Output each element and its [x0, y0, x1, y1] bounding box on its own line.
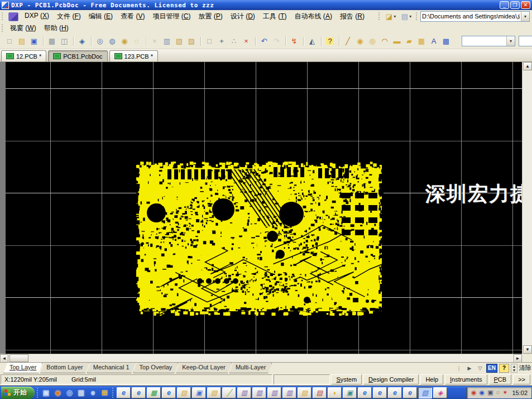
- taskbar-sheet[interactable]: ▦: [147, 387, 161, 398]
- audio-manager-icon[interactable]: ◉: [480, 390, 485, 396]
- pcb-copper-artwork[interactable]: [134, 160, 384, 316]
- combo-dropdown-icon[interactable]: [506, 36, 515, 46]
- pcb-editor-view[interactable]: 深圳宏力捷: [0, 62, 522, 354]
- show-desktop-button[interactable]: ▣: [41, 387, 51, 398]
- taskbar-ie-4[interactable]: e: [358, 387, 372, 398]
- spin-control[interactable]: ▲▼: [511, 364, 517, 373]
- windows-update-button[interactable]: ⊞: [99, 387, 110, 398]
- move-object-button[interactable]: +: [215, 35, 228, 48]
- minimize-button[interactable]: _: [500, 1, 509, 9]
- taskbar-ie-5[interactable]: e: [373, 387, 387, 398]
- place-array-button[interactable]: ▦: [415, 35, 428, 48]
- layer-tab-bottom[interactable]: Bottom Layer: [40, 363, 89, 373]
- doc-tab-pcb1[interactable]: PCB1.PcbDoc: [48, 50, 107, 61]
- taskbar-image-tool[interactable]: ▧: [418, 387, 432, 398]
- help-button[interactable]: ?: [324, 35, 336, 48]
- menu-item[interactable]: 放置 (P): [194, 11, 226, 22]
- paste-array-button[interactable]: ▨: [185, 35, 198, 48]
- menu-item[interactable]: 工具 (T): [259, 11, 291, 22]
- doc-tab-123pcb[interactable]: 123.PCB *: [109, 50, 158, 61]
- place-component-button[interactable]: ▩: [440, 35, 452, 48]
- network-icon[interactable]: ▣: [487, 390, 493, 396]
- panel-design-compiler-button[interactable]: Design Compiler: [363, 374, 419, 384]
- menu-item[interactable]: 项目管理 (C): [148, 11, 194, 22]
- menu-item[interactable]: DXP (X): [21, 11, 53, 22]
- menu-item[interactable]: 设计 (D): [227, 11, 259, 22]
- path-input[interactable]: [421, 13, 521, 20]
- messenger-button[interactable]: ◎: [64, 387, 75, 398]
- menu-item[interactable]: 自动布线 (A): [291, 11, 336, 22]
- panel-instruments-button[interactable]: Instruments: [445, 374, 487, 384]
- report-tools-button[interactable]: ◪: [384, 11, 398, 22]
- place-via-button[interactable]: ◎: [366, 35, 378, 48]
- layer-tab-overlay[interactable]: Top Overlay: [133, 363, 179, 373]
- place-fill-button[interactable]: ▬: [391, 35, 403, 48]
- place-line-button[interactable]: ╱: [342, 35, 354, 48]
- media-player-button[interactable]: ◉: [52, 387, 63, 398]
- path-combo[interactable]: [420, 11, 530, 22]
- vertical-scrollbar[interactable]: ▲ ▼: [522, 62, 532, 354]
- paste-button[interactable]: ▧: [173, 35, 185, 48]
- taskbar-builder[interactable]: ◗: [328, 387, 342, 398]
- clear-mask-button[interactable]: 清除: [519, 364, 531, 372]
- taskbar-ie-2[interactable]: e: [132, 387, 146, 398]
- ie-quicklaunch-button[interactable]: e: [88, 387, 98, 398]
- restore-button[interactable]: ❐: [510, 1, 520, 9]
- close-button[interactable]: ✕: [521, 1, 530, 9]
- panel-pcb-button[interactable]: PCB: [489, 374, 512, 384]
- toolbar-combo-1[interactable]: [462, 36, 515, 46]
- toolbar-combo-2[interactable]: [519, 36, 532, 46]
- filter-icon[interactable]: ▽: [476, 364, 485, 373]
- help-icon[interactable]: ?: [499, 364, 509, 373]
- taskbar-folder-1[interactable]: ▨: [177, 387, 191, 398]
- menu-item[interactable]: 报告 (R): [336, 11, 368, 22]
- taskbar-app-w-2[interactable]: ▥: [252, 387, 266, 398]
- taskbar-app-w-3[interactable]: ▥: [267, 387, 281, 398]
- layer-tab-top[interactable]: Top Layer: [3, 363, 42, 373]
- print-button[interactable]: ▦: [46, 35, 58, 48]
- taskbar-editor[interactable]: ╱: [222, 387, 236, 398]
- cut-button[interactable]: ×: [148, 35, 161, 48]
- menu-item[interactable]: 视窗 (W): [6, 22, 40, 34]
- clock[interactable]: 15:02: [512, 390, 528, 396]
- menu-item[interactable]: 编辑 (E): [85, 11, 117, 22]
- panel-system-button[interactable]: System: [331, 374, 362, 384]
- zoom-selection-button[interactable]: ◌: [131, 35, 143, 48]
- scroll-right-icon[interactable]: ►: [514, 354, 522, 363]
- taskbar-ie-7[interactable]: e: [403, 387, 417, 398]
- taskbar-ie-3[interactable]: e: [162, 387, 176, 398]
- start-button[interactable]: 开始: [1, 387, 35, 399]
- find-similar-button[interactable]: ◭: [306, 35, 318, 48]
- taskbar-ie-1[interactable]: e: [117, 387, 131, 398]
- taskbar-app-w-1[interactable]: ▥: [237, 387, 251, 398]
- undo-button[interactable]: ↶: [258, 35, 270, 48]
- dxp-logo-icon[interactable]: [8, 12, 18, 21]
- taskbar-colorful-app[interactable]: ◈: [433, 387, 447, 398]
- snap-indicator-icon[interactable]: ⋮: [454, 364, 463, 373]
- interactive-routing-button[interactable]: ↯: [288, 35, 300, 48]
- volume-blocked-icon[interactable]: ◉: [471, 390, 477, 396]
- zoom-in-button[interactable]: ◉: [118, 35, 131, 48]
- menu-item[interactable]: 文件 (F): [53, 11, 85, 22]
- save-button[interactable]: ▣: [28, 35, 40, 48]
- layout-tools-button[interactable]: ▤: [399, 11, 414, 22]
- toolbar-combo-2-input[interactable]: [519, 38, 532, 45]
- zoom-document-button[interactable]: ◎: [94, 35, 106, 48]
- taskbar-ie-6[interactable]: e: [388, 387, 402, 398]
- redo-button[interactable]: ↷: [270, 35, 282, 48]
- place-pad-button[interactable]: ◉: [354, 35, 366, 48]
- zoom-area-button[interactable]: ◍: [106, 35, 118, 48]
- place-polygon-button[interactable]: ▰: [403, 35, 415, 48]
- open-document-button[interactable]: ▤: [16, 35, 28, 48]
- scroll-left-icon[interactable]: ◄: [0, 354, 8, 363]
- menu-item[interactable]: 帮助 (H): [40, 22, 73, 34]
- calculator-button[interactable]: ▦: [76, 387, 87, 398]
- light-bulb-icon[interactable]: ○: [496, 390, 500, 396]
- place-arc-button[interactable]: ◠: [378, 35, 391, 48]
- combo-dropdown-icon[interactable]: [521, 12, 529, 21]
- taskbar-folder-2[interactable]: ▨: [298, 387, 311, 398]
- horizontal-scrollbar[interactable]: ◄ ►: [0, 354, 522, 362]
- layer-tab-keepout[interactable]: Keep-Out Layer: [176, 363, 232, 373]
- taskbar-picture[interactable]: ▣: [192, 387, 206, 398]
- scroll-up-icon[interactable]: ▲: [523, 62, 532, 70]
